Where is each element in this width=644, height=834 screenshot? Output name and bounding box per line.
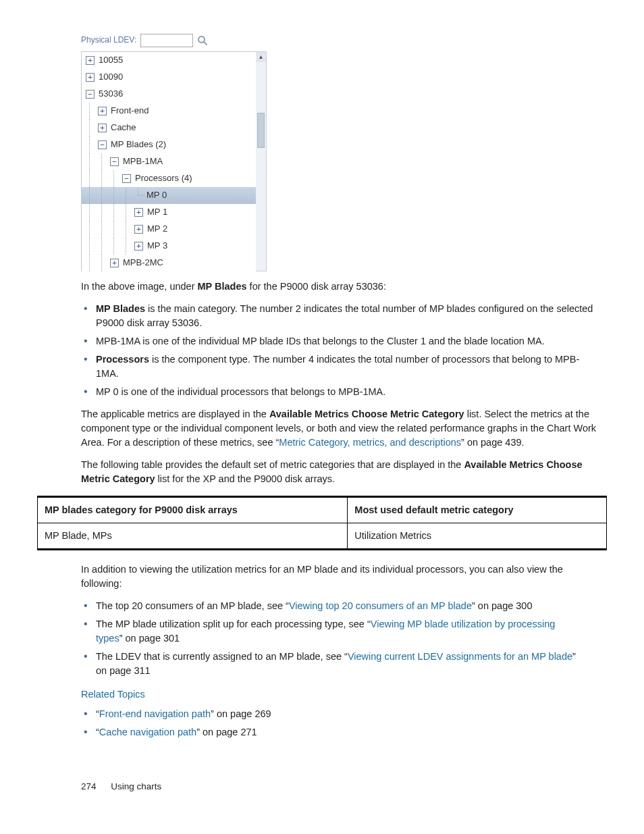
paragraph: The following table provides the default… <box>81 458 600 486</box>
search-icon[interactable] <box>197 35 208 46</box>
tree-row[interactable]: −MPB-1MA <box>82 153 256 170</box>
link-cache-nav[interactable]: Cache navigation path <box>99 727 196 737</box>
tree-label: MP Blades (2) <box>111 138 166 151</box>
list-item: MP 0 is one of the individual processors… <box>96 385 600 399</box>
link-ldev-assign[interactable]: Viewing current LDEV assignments for an … <box>348 651 572 662</box>
collapse-icon[interactable]: − <box>110 157 119 166</box>
tree-label: MP 0 <box>146 189 167 202</box>
tree-row[interactable]: +Cache <box>82 120 256 136</box>
table-row: MP Blade, MPs Utilization Metrics <box>38 523 607 550</box>
tree-label: Processors (4) <box>135 172 192 185</box>
bullet-list: MP Blades is the main category. The numb… <box>81 302 600 399</box>
scrollbar[interactable] <box>256 51 267 271</box>
section-title: Using charts <box>111 781 161 791</box>
tree-label: 10090 <box>99 71 123 84</box>
expand-icon[interactable]: + <box>98 124 107 132</box>
tree-row[interactable]: −Processors (4) <box>82 170 256 187</box>
list-item: MPB-1MA is one of the individual MP blad… <box>96 334 600 348</box>
search-label: Physical LDEV: <box>81 34 136 46</box>
related-list: “Front-end navigation path” on page 269 … <box>81 707 600 739</box>
tree-label: 53036 <box>99 88 123 101</box>
related-topics-heading: Related Topics <box>81 687 600 702</box>
tree-body[interactable]: +10055+10090−53036+Front-end+Cache−MP Bl… <box>81 51 256 271</box>
tree-label: 10055 <box>99 54 123 67</box>
tree-label: MPB-1MA <box>123 155 163 168</box>
expand-icon[interactable]: + <box>134 242 143 251</box>
page-number: 274 <box>81 781 97 791</box>
list-item: The LDEV that is currently assigned to a… <box>96 650 582 678</box>
table-header: MP blades category for P9000 disk arrays <box>38 497 348 523</box>
list-item: “Cache navigation path” on page 271 <box>96 725 600 739</box>
tree-label: MPB-2MC <box>123 257 163 269</box>
tree-navigator: Physical LDEV: +10055+10090−53036+Front-… <box>81 34 267 271</box>
metric-table: MP blades category for P9000 disk arrays… <box>37 496 607 550</box>
tree-row[interactable]: −MP Blades (2) <box>82 136 256 153</box>
tree-label: MP 1 <box>147 206 167 219</box>
table-cell: Utilization Metrics <box>348 523 607 550</box>
list-item: MP Blades is the main category. The numb… <box>96 302 600 330</box>
expand-icon[interactable]: + <box>134 208 143 217</box>
tree-row[interactable]: +MP 2 <box>82 221 256 238</box>
paragraph: In the above image, under MP Blades for … <box>81 280 600 294</box>
expand-icon[interactable]: + <box>86 56 95 65</box>
tree-row[interactable]: +MP 1 <box>82 204 256 221</box>
tree-row[interactable]: −53036 <box>82 86 256 103</box>
link-top20[interactable]: Viewing top 20 consumers of an MP blade <box>289 600 472 611</box>
tree-row[interactable]: +10055 <box>82 52 256 69</box>
expand-icon[interactable]: + <box>110 259 119 267</box>
search-input[interactable] <box>140 34 193 47</box>
collapse-icon[interactable]: − <box>98 140 107 149</box>
expand-icon[interactable]: + <box>86 73 95 82</box>
tree-label: MP 2 <box>147 223 167 236</box>
tree-row[interactable]: +10090 <box>82 69 256 86</box>
tree-label: Front-end <box>111 105 149 118</box>
tree-row[interactable]: +MPB-2MC <box>82 255 256 271</box>
paragraph: The applicable metrics are displayed in … <box>81 407 600 450</box>
expand-icon[interactable]: + <box>134 225 143 234</box>
scroll-up-icon[interactable] <box>256 52 266 62</box>
link-frontend-nav[interactable]: Front-end navigation path <box>99 708 211 719</box>
tree-label: Cache <box>111 122 136 134</box>
tree-label: MP 3 <box>147 240 167 253</box>
tree-search-bar: Physical LDEV: <box>81 34 267 47</box>
collapse-icon[interactable]: − <box>122 174 131 183</box>
page-footer: 274 Using charts <box>81 780 607 793</box>
table-cell: MP Blade, MPs <box>38 523 348 550</box>
svg-line-1 <box>204 42 207 45</box>
list-item: The top 20 consumers of an MP blade, see… <box>96 599 582 613</box>
tree-row[interactable]: MP 0 <box>82 187 256 204</box>
paragraph: In addition to viewing the utilization m… <box>81 563 600 591</box>
list-item: Processors is the component type. The nu… <box>96 353 600 381</box>
tree-row[interactable]: +Front-end <box>82 103 256 120</box>
bullet-list: The top 20 consumers of an MP blade, see… <box>81 599 582 678</box>
collapse-icon[interactable]: − <box>86 90 95 99</box>
link-metric-category[interactable]: Metric Category, metrics, and descriptio… <box>279 437 461 448</box>
list-item: “Front-end navigation path” on page 269 <box>96 707 600 721</box>
expand-icon[interactable]: + <box>98 107 107 115</box>
tree-row[interactable]: +MP 3 <box>82 238 256 255</box>
scroll-thumb[interactable] <box>257 113 265 148</box>
table-header: Most used default metric category <box>348 497 607 523</box>
list-item: The MP blade utilization split up for ea… <box>96 617 582 646</box>
